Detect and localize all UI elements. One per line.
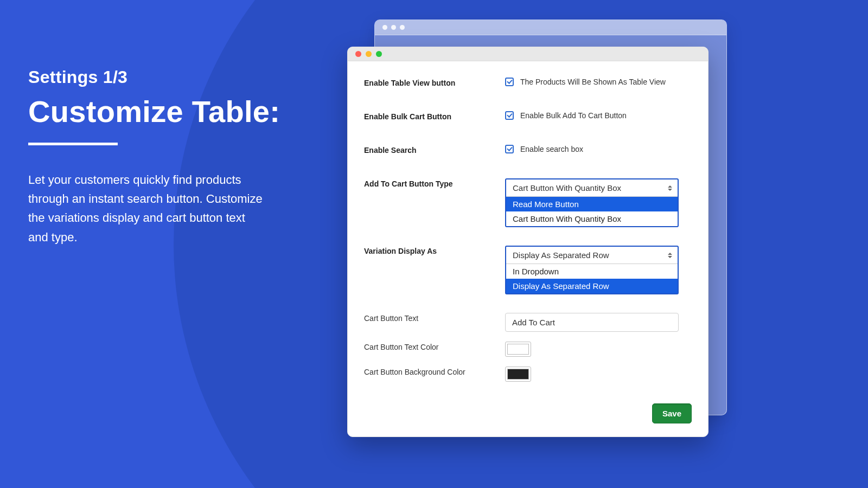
select-option[interactable]: Cart Button With Quantity Box	[506, 211, 678, 226]
add-to-cart-type-select[interactable]: Cart Button With Quantity Box Read More …	[505, 178, 679, 227]
chevron-up-down-icon	[668, 253, 672, 258]
setting-row-cart-button-text: Cart Button Text	[364, 313, 692, 332]
select-value-text: Cart Button With Quantity Box	[513, 183, 621, 192]
traffic-light-dot	[391, 25, 396, 30]
setting-label: Enable Bulk Cart Button	[364, 111, 505, 121]
enable-bulk-cart-checkbox[interactable]	[505, 111, 514, 120]
setting-label: Cart Button Background Color	[364, 367, 505, 376]
select-option[interactable]: Read More Button	[506, 197, 678, 211]
setting-label: Enable Search	[364, 145, 505, 155]
setting-row-enable-bulk-cart: Enable Bulk Cart Button Enable Bulk Add …	[364, 111, 692, 121]
setting-label: Cart Button Text Color	[364, 342, 505, 351]
select-value: Cart Button With Quantity Box	[506, 179, 678, 196]
maximize-icon[interactable]	[376, 51, 382, 57]
traffic-light-dot	[400, 25, 405, 30]
setting-label: Add To Cart Button Type	[364, 178, 505, 188]
form-actions: Save	[652, 403, 692, 423]
close-icon[interactable]	[355, 51, 361, 57]
setting-row-cart-button-bg-color: Cart Button Background Color	[364, 367, 692, 382]
promo-description: Let your customers quickly find products…	[28, 170, 267, 247]
setting-row-add-to-cart-type: Add To Cart Button Type Cart Button With…	[364, 178, 692, 227]
minimize-icon[interactable]	[366, 51, 372, 57]
cart-button-text-input[interactable]	[505, 313, 679, 332]
promo-eyebrow: Settings 1/3	[28, 67, 299, 87]
setting-row-enable-search: Enable Search Enable search box	[364, 145, 692, 155]
settings-form: Enable Table View button The Products Wi…	[348, 61, 708, 436]
text-color-swatch[interactable]	[505, 342, 531, 357]
setting-description: The Products Will Be Shown As Table View	[520, 78, 666, 86]
setting-label: Cart Button Text	[364, 313, 505, 323]
color-swatch	[507, 369, 529, 380]
setting-label: Variation Display As	[364, 246, 505, 255]
setting-description: Enable search box	[520, 145, 583, 153]
setting-description: Enable Bulk Add To Cart Button	[520, 111, 627, 120]
setting-row-enable-table-view: Enable Table View button The Products Wi…	[364, 78, 692, 87]
select-option[interactable]: Display As Separated Row	[506, 279, 678, 293]
settings-window: Enable Table View button The Products Wi…	[347, 47, 709, 437]
bg-color-swatch[interactable]	[505, 367, 531, 382]
setting-label: Enable Table View button	[364, 78, 505, 87]
check-icon	[507, 78, 512, 84]
background-window-titlebar	[375, 20, 726, 35]
enable-search-checkbox[interactable]	[505, 145, 514, 153]
select-value: Display As Separated Row	[506, 247, 678, 264]
check-icon	[507, 145, 512, 151]
select-option[interactable]: In Dropdown	[506, 264, 678, 279]
save-button[interactable]: Save	[652, 403, 692, 423]
select-value-text: Display As Separated Row	[513, 251, 609, 260]
select-options: In Dropdown Display As Separated Row	[506, 264, 678, 293]
promo-headline: Customize Table:	[28, 93, 299, 131]
enable-table-view-checkbox[interactable]	[505, 78, 514, 86]
setting-row-cart-button-text-color: Cart Button Text Color	[364, 342, 692, 357]
promo-divider	[28, 143, 118, 145]
variation-display-select[interactable]: Display As Separated Row In Dropdown Dis…	[505, 246, 679, 294]
setting-row-variation-display: Variation Display As Display As Separate…	[364, 246, 692, 294]
traffic-light-dot	[382, 25, 387, 30]
check-icon	[507, 112, 512, 118]
window-titlebar	[348, 47, 708, 61]
chevron-up-down-icon	[668, 185, 672, 191]
select-options: Read More Button Cart Button With Quanti…	[506, 196, 678, 226]
promo-copy: Settings 1/3 Customize Table: Let your c…	[28, 67, 299, 247]
color-swatch	[507, 344, 529, 355]
